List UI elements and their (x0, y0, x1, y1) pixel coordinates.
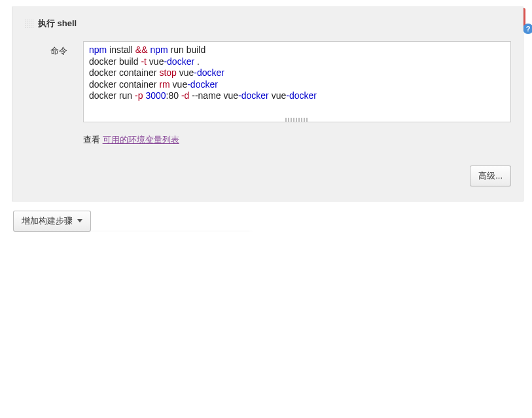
build-step-shell-section: 执行 shell 命令 npm install && npm run build… (12, 7, 523, 201)
section-title: 执行 shell (38, 18, 77, 29)
command-line: docker run -p 3000:80 -d --name vue-dock… (89, 90, 505, 102)
command-label: 命令 (50, 41, 73, 122)
textarea-resize-handle[interactable] (285, 118, 309, 122)
add-build-step-button[interactable]: 增加构建步骤 (13, 211, 91, 232)
drag-handle-icon[interactable] (24, 19, 33, 28)
env-vars-hint: 查看 可用的环境变量列表 (83, 134, 511, 146)
command-line: docker build -t vue-docker . (89, 56, 505, 68)
chevron-down-icon (77, 219, 82, 222)
env-vars-link[interactable]: 可用的环境变量列表 (103, 135, 179, 145)
help-icon[interactable]: ? (523, 24, 532, 34)
advanced-button[interactable]: 高级... (470, 165, 511, 186)
command-line: docker container stop vue-docker (89, 67, 505, 79)
command-input[interactable]: npm install && npm run builddocker build… (83, 41, 511, 122)
command-line: npm install && npm run build (89, 44, 505, 56)
command-line: docker container rm vue-docker (89, 79, 505, 91)
